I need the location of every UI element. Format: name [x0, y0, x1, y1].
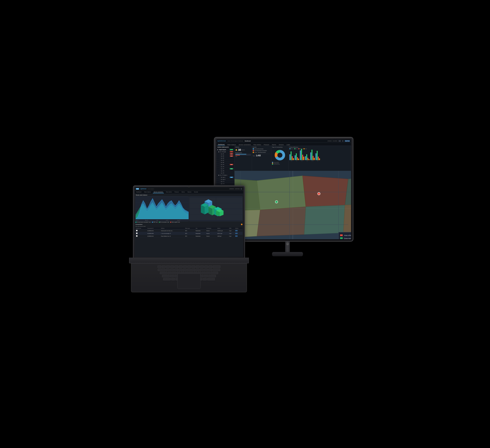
tab-alarms[interactable]: Alarms — [271, 144, 277, 146]
key[interactable] — [172, 272, 176, 274]
tree-item-cp04[interactable]: □Cp. 04 — [216, 159, 234, 161]
tab-dashboard[interactable]: Dashboard — [217, 144, 225, 146]
key[interactable] — [204, 269, 208, 271]
action-btn-1[interactable]: → — [235, 230, 238, 231]
cell-dist-2: Normal — [206, 232, 217, 235]
cell-address-2: C. de sol arcenegal, 47 — [160, 232, 185, 235]
key[interactable] — [206, 272, 210, 274]
laptop-icon-settings[interactable] — [241, 188, 242, 190]
laptop-tab-flow-metrics[interactable]: Flow metrics — [165, 191, 173, 193]
monitor-icon-export[interactable] — [339, 140, 341, 142]
key[interactable] — [162, 266, 166, 268]
tree-item-av-principal[interactable]: ▶Av. Principal !!! — [216, 151, 234, 153]
key[interactable] — [174, 269, 178, 271]
key-ctrl-l[interactable] — [163, 278, 171, 281]
laptop-tab-sensors[interactable]: Sensors — [187, 191, 192, 193]
alarm-count: 30 — [238, 148, 241, 151]
laptop-tab-service-connections[interactable]: Service connections — [153, 191, 164, 193]
monitor-icon-settings[interactable] — [342, 140, 343, 142]
key-shift-l[interactable] — [162, 275, 170, 277]
key[interactable] — [170, 266, 174, 268]
key-alt-l[interactable] — [171, 278, 175, 281]
tree-item-cpt6[interactable]: □Cp. T6 — [216, 166, 234, 168]
laptop-tab-encoder[interactable]: Encoder — [193, 191, 199, 193]
tree-item-cpt7[interactable]: □Cp. T7 OK — [216, 168, 234, 170]
key-alt-r[interactable] — [203, 278, 207, 281]
tree-item-cpt9[interactable]: □Cp. T9 — [216, 172, 234, 174]
tree-item-t1[interactable]: □Cp. T 1 — [216, 181, 234, 183]
cell-actions-1[interactable]: → — [235, 229, 243, 232]
key[interactable] — [183, 266, 187, 268]
key[interactable] — [187, 269, 191, 271]
laptop-tab-alarms[interactable]: Alarms — [181, 191, 185, 193]
svg-marker-8 — [257, 176, 306, 210]
key[interactable] — [204, 275, 208, 277]
tree-item-cpt5[interactable]: □Cp. T5 ERR — [216, 164, 234, 166]
key-backspace[interactable] — [213, 266, 220, 268]
tree-item-cp03[interactable]: □Cp. 03 — [216, 157, 234, 159]
cell-actions-2[interactable]: → — [235, 232, 243, 235]
key[interactable] — [200, 269, 204, 271]
tree-item-tr-tomas[interactable]: ▶Cp. Tr Tomas s — [216, 174, 234, 176]
key[interactable] — [170, 275, 174, 277]
key[interactable] — [166, 269, 170, 271]
tree-item-t2[interactable]: □Cp. T 2 — [216, 183, 234, 185]
tree-item-apr1[interactable]: □Cp. Apr 1 INF — [216, 176, 234, 178]
key[interactable] — [191, 269, 195, 271]
key-caps[interactable] — [160, 272, 167, 274]
key[interactable] — [166, 266, 170, 268]
tab-sensors[interactable]: Sensors — [278, 144, 284, 146]
laptop-base — [129, 258, 249, 263]
laptop-tab-pressure[interactable]: Pressure — [174, 191, 180, 193]
tab-leaks[interactable]: Leaks — [286, 144, 291, 146]
key[interactable] — [202, 272, 206, 274]
key[interactable] — [208, 269, 212, 271]
key[interactable] — [168, 272, 172, 274]
tree-item-cp05[interactable]: □Cp. 05 — [216, 161, 234, 164]
key[interactable] — [200, 266, 204, 268]
laptop-tab-water-balance[interactable]: Water balance — [143, 191, 152, 193]
svg-text:Zona normal: Zona normal — [344, 238, 351, 239]
laptop-tab-dashboard[interactable]: Dashboard — [135, 191, 142, 193]
action-btn-3[interactable]: → — [235, 235, 238, 237]
tab-water-balance[interactable]: Water balance — [227, 144, 236, 146]
key[interactable] — [179, 269, 182, 271]
key-enter[interactable] — [212, 269, 220, 271]
key[interactable] — [170, 269, 174, 271]
tree-item-cp02[interactable]: □Cp. 02 ERR — [216, 155, 234, 157]
tab-flow-metrics[interactable]: Flow metrics — [253, 144, 262, 146]
laptop-trackpad[interactable] — [177, 273, 201, 289]
tab-service-connections[interactable]: Service connections — [238, 144, 251, 146]
key-ctrl-r[interactable] — [207, 278, 215, 281]
col-address: Address — [160, 227, 185, 229]
key[interactable] — [187, 266, 191, 268]
key[interactable] — [192, 266, 195, 268]
key[interactable] — [209, 266, 212, 268]
cell-checkbox-3[interactable] — [135, 235, 147, 238]
key[interactable] — [195, 269, 199, 271]
cell-checkbox-2[interactable] — [135, 232, 147, 235]
badge-red: !!! — [230, 151, 233, 152]
tree-item-apr2[interactable]: □Cp. Apr 2 — [216, 178, 234, 181]
key[interactable] — [183, 269, 187, 271]
svg-marker-13 — [304, 205, 345, 234]
warning-icon — [241, 224, 243, 225]
tab-pressure[interactable]: Pressure — [263, 144, 270, 146]
key-shift-r2[interactable] — [208, 275, 216, 277]
legend-item-3: Min consumption: 0 g/d — [159, 222, 169, 223]
tree-item-cpt8[interactable]: □Cp. T8 — [216, 170, 234, 172]
key[interactable] — [175, 266, 178, 268]
cell-actions-3[interactable]: → — [235, 235, 243, 238]
tree-root[interactable]: ▶ Anglès-Segurià ● — [216, 149, 234, 151]
monitor-power-button[interactable]: ⏻ — [286, 242, 289, 245]
key[interactable] — [158, 266, 161, 268]
key[interactable] — [204, 266, 208, 268]
action-btn-2[interactable]: → — [235, 233, 238, 234]
svg-text:May 21: May 21 — [145, 220, 148, 221]
cell-checkbox-1[interactable] — [135, 229, 147, 232]
key[interactable] — [179, 266, 183, 268]
key-tab[interactable] — [158, 269, 165, 271]
key-shift-r[interactable] — [210, 272, 218, 274]
tree-item-cp01[interactable]: □Cp. 01 ERR — [216, 153, 234, 155]
key[interactable] — [196, 266, 200, 268]
